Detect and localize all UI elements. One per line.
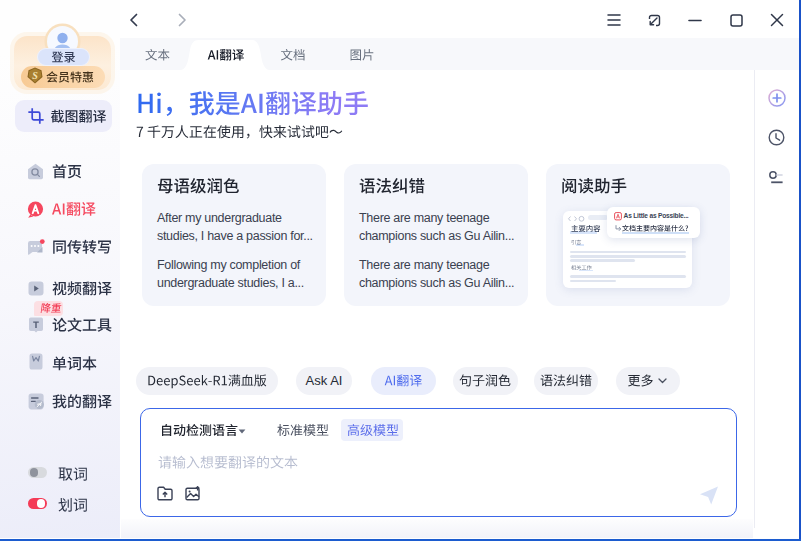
svg-text:S: S bbox=[32, 70, 38, 81]
